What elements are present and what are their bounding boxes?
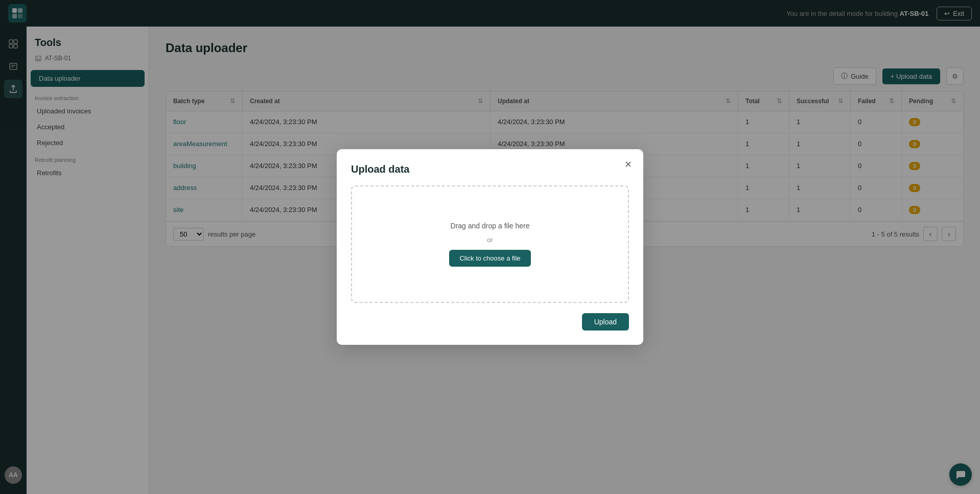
modal-footer: Upload — [351, 313, 629, 331]
modal-title: Upload data — [351, 163, 629, 175]
upload-action-button[interactable]: Upload — [582, 313, 629, 331]
drop-zone-or: or — [487, 236, 493, 244]
drop-zone-text: Drag and drop a file here — [451, 222, 530, 230]
modal-overlay[interactable]: ✕ Upload data Drag and drop a file here … — [0, 0, 980, 494]
upload-modal: ✕ Upload data Drag and drop a file here … — [337, 149, 643, 345]
choose-file-button[interactable]: Click to choose a file — [449, 250, 530, 267]
modal-close-button[interactable]: ✕ — [621, 157, 635, 172]
drop-zone[interactable]: Drag and drop a file here or Click to ch… — [351, 185, 629, 303]
